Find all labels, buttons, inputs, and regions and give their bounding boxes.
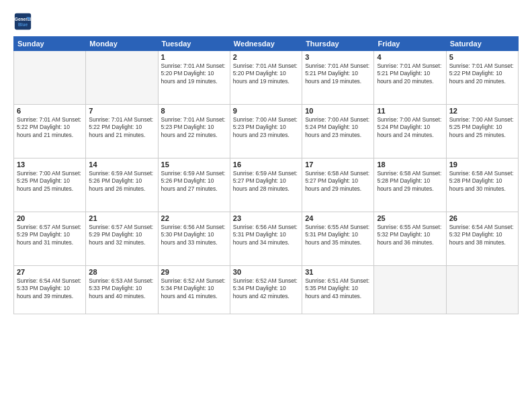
cell-content: Sunrise: 7:01 AM Sunset: 5:23 PM Dayligh… <box>161 116 227 139</box>
calendar-cell: 5Sunrise: 7:01 AM Sunset: 5:22 PM Daylig… <box>446 51 518 105</box>
cell-content: Sunrise: 6:58 AM Sunset: 5:28 PM Dayligh… <box>377 170 443 193</box>
calendar-cell: 16Sunrise: 6:59 AM Sunset: 5:27 PM Dayli… <box>230 158 302 212</box>
cell-content: Sunrise: 6:58 AM Sunset: 5:27 PM Dayligh… <box>305 170 371 193</box>
calendar-cell <box>374 266 446 314</box>
day-number: 4 <box>377 53 443 61</box>
calendar-cell: 15Sunrise: 6:59 AM Sunset: 5:26 PM Dayli… <box>158 158 230 212</box>
day-number: 5 <box>449 53 515 61</box>
calendar-cell: 25Sunrise: 6:55 AM Sunset: 5:32 PM Dayli… <box>374 212 446 266</box>
day-number: 3 <box>305 53 371 61</box>
weekday-header-sunday: Sunday <box>14 37 86 51</box>
day-number: 16 <box>233 161 299 169</box>
calendar-week-row: 13Sunrise: 7:00 AM Sunset: 5:25 PM Dayli… <box>14 158 519 212</box>
calendar-cell: 19Sunrise: 6:58 AM Sunset: 5:28 PM Dayli… <box>446 158 518 212</box>
calendar-cell: 4Sunrise: 7:01 AM Sunset: 5:21 PM Daylig… <box>374 51 446 105</box>
calendar-week-row: 1Sunrise: 7:01 AM Sunset: 5:20 PM Daylig… <box>14 51 519 105</box>
cell-content: Sunrise: 6:56 AM Sunset: 5:31 PM Dayligh… <box>233 224 299 246</box>
calendar-cell: 8Sunrise: 7:01 AM Sunset: 5:23 PM Daylig… <box>158 105 230 158</box>
calendar-cell: 12Sunrise: 7:00 AM Sunset: 5:25 PM Dayli… <box>446 105 518 158</box>
cell-content: Sunrise: 7:01 AM Sunset: 5:21 PM Dayligh… <box>305 62 371 85</box>
day-number: 9 <box>233 107 299 115</box>
day-number: 20 <box>17 214 83 222</box>
day-number: 21 <box>89 214 154 222</box>
cell-content: Sunrise: 6:55 AM Sunset: 5:31 PM Dayligh… <box>305 224 371 246</box>
calendar-cell: 28Sunrise: 6:53 AM Sunset: 5:33 PM Dayli… <box>86 266 158 314</box>
day-number: 30 <box>233 268 299 276</box>
calendar-cell: 24Sunrise: 6:55 AM Sunset: 5:31 PM Dayli… <box>302 212 374 266</box>
weekday-header-wednesday: Wednesday <box>230 37 302 51</box>
logo: General Blue <box>13 12 35 31</box>
calendar-week-row: 27Sunrise: 6:54 AM Sunset: 5:33 PM Dayli… <box>14 266 519 314</box>
calendar-cell: 13Sunrise: 7:00 AM Sunset: 5:25 PM Dayli… <box>14 158 86 212</box>
cell-content: Sunrise: 6:57 AM Sunset: 5:29 PM Dayligh… <box>17 224 83 246</box>
day-number: 18 <box>377 161 443 169</box>
weekday-header-tuesday: Tuesday <box>158 37 230 51</box>
cell-content: Sunrise: 7:01 AM Sunset: 5:22 PM Dayligh… <box>449 62 515 85</box>
calendar-cell: 17Sunrise: 6:58 AM Sunset: 5:27 PM Dayli… <box>302 158 374 212</box>
cell-content: Sunrise: 7:00 AM Sunset: 5:25 PM Dayligh… <box>449 116 515 139</box>
day-number: 19 <box>449 161 515 169</box>
cell-content: Sunrise: 6:52 AM Sunset: 5:34 PM Dayligh… <box>161 277 227 300</box>
cell-content: Sunrise: 7:01 AM Sunset: 5:22 PM Dayligh… <box>17 116 83 139</box>
weekday-header-monday: Monday <box>86 37 158 51</box>
day-number: 10 <box>305 107 371 115</box>
logo-icon: General Blue <box>13 12 32 31</box>
calendar-cell: 20Sunrise: 6:57 AM Sunset: 5:29 PM Dayli… <box>14 212 86 266</box>
cell-content: Sunrise: 6:56 AM Sunset: 5:30 PM Dayligh… <box>161 224 227 246</box>
calendar-cell: 29Sunrise: 6:52 AM Sunset: 5:34 PM Dayli… <box>158 266 230 314</box>
cell-content: Sunrise: 6:52 AM Sunset: 5:34 PM Dayligh… <box>233 277 299 300</box>
cell-content: Sunrise: 6:58 AM Sunset: 5:28 PM Dayligh… <box>449 170 515 193</box>
day-number: 2 <box>233 53 299 61</box>
calendar-cell: 30Sunrise: 6:52 AM Sunset: 5:34 PM Dayli… <box>230 266 302 314</box>
calendar-table: SundayMondayTuesdayWednesdayThursdayFrid… <box>13 36 519 314</box>
svg-text:Blue: Blue <box>18 22 28 27</box>
header: General Blue <box>13 12 519 31</box>
calendar-cell: 11Sunrise: 7:00 AM Sunset: 5:24 PM Dayli… <box>374 105 446 158</box>
calendar-cell: 14Sunrise: 6:59 AM Sunset: 5:26 PM Dayli… <box>86 158 158 212</box>
day-number: 17 <box>305 161 371 169</box>
calendar-week-row: 20Sunrise: 6:57 AM Sunset: 5:29 PM Dayli… <box>14 212 519 266</box>
day-number: 8 <box>161 107 227 115</box>
calendar-cell: 2Sunrise: 7:01 AM Sunset: 5:20 PM Daylig… <box>230 51 302 105</box>
day-number: 12 <box>449 107 515 115</box>
cell-content: Sunrise: 6:57 AM Sunset: 5:29 PM Dayligh… <box>89 224 154 246</box>
day-number: 24 <box>305 214 371 222</box>
calendar-cell: 1Sunrise: 7:01 AM Sunset: 5:20 PM Daylig… <box>158 51 230 105</box>
cell-content: Sunrise: 6:54 AM Sunset: 5:33 PM Dayligh… <box>17 277 83 300</box>
calendar-cell: 22Sunrise: 6:56 AM Sunset: 5:30 PM Dayli… <box>158 212 230 266</box>
calendar-cell: 9Sunrise: 7:00 AM Sunset: 5:23 PM Daylig… <box>230 105 302 158</box>
day-number: 7 <box>89 107 154 115</box>
day-number: 11 <box>377 107 443 115</box>
day-number: 29 <box>161 268 227 276</box>
cell-content: Sunrise: 7:00 AM Sunset: 5:24 PM Dayligh… <box>377 116 443 139</box>
cell-content: Sunrise: 6:55 AM Sunset: 5:32 PM Dayligh… <box>377 224 443 246</box>
calendar-cell: 7Sunrise: 7:01 AM Sunset: 5:22 PM Daylig… <box>86 105 158 158</box>
weekday-header-thursday: Thursday <box>302 37 374 51</box>
day-number: 13 <box>17 161 83 169</box>
calendar-cell: 18Sunrise: 6:58 AM Sunset: 5:28 PM Dayli… <box>374 158 446 212</box>
calendar-cell: 26Sunrise: 6:54 AM Sunset: 5:32 PM Dayli… <box>446 212 518 266</box>
calendar-cell: 10Sunrise: 7:00 AM Sunset: 5:24 PM Dayli… <box>302 105 374 158</box>
day-number: 6 <box>17 107 83 115</box>
weekday-header-row: SundayMondayTuesdayWednesdayThursdayFrid… <box>14 37 519 51</box>
cell-content: Sunrise: 7:00 AM Sunset: 5:25 PM Dayligh… <box>17 170 83 193</box>
day-number: 23 <box>233 214 299 222</box>
cell-content: Sunrise: 6:59 AM Sunset: 5:26 PM Dayligh… <box>89 170 154 193</box>
calendar-page: General Blue SundayMondayTuesdayWednesda… <box>0 0 532 411</box>
day-number: 1 <box>161 53 227 61</box>
weekday-header-saturday: Saturday <box>446 37 518 51</box>
day-number: 15 <box>161 161 227 169</box>
calendar-cell <box>14 51 86 105</box>
cell-content: Sunrise: 7:00 AM Sunset: 5:24 PM Dayligh… <box>305 116 371 139</box>
cell-content: Sunrise: 6:59 AM Sunset: 5:27 PM Dayligh… <box>233 170 299 193</box>
weekday-header-friday: Friday <box>374 37 446 51</box>
day-number: 28 <box>89 268 154 276</box>
cell-content: Sunrise: 7:01 AM Sunset: 5:20 PM Dayligh… <box>233 62 299 85</box>
day-number: 25 <box>377 214 443 222</box>
calendar-cell: 3Sunrise: 7:01 AM Sunset: 5:21 PM Daylig… <box>302 51 374 105</box>
cell-content: Sunrise: 6:54 AM Sunset: 5:32 PM Dayligh… <box>449 224 515 246</box>
day-number: 26 <box>449 214 515 222</box>
calendar-cell: 27Sunrise: 6:54 AM Sunset: 5:33 PM Dayli… <box>14 266 86 314</box>
day-number: 22 <box>161 214 227 222</box>
calendar-cell <box>86 51 158 105</box>
